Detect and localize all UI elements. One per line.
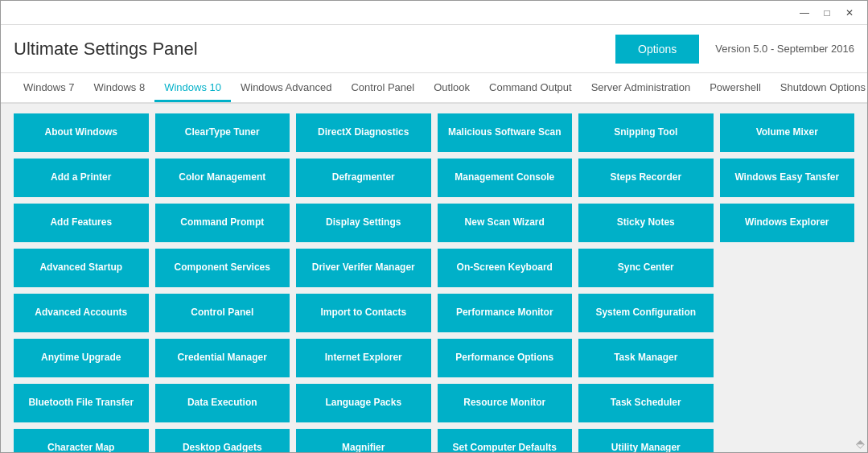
tile-steps-recorder[interactable]: Steps Recorder (578, 159, 714, 197)
tile-resource-monitor[interactable]: Resource Monitor (438, 384, 573, 422)
tile-new-scan-wizard[interactable]: New Scan Wizard (438, 204, 573, 242)
tile-empty-35 (720, 339, 855, 377)
tile-sticky-notes[interactable]: Sticky Notes (578, 204, 714, 242)
tile-anytime-upgrade[interactable]: Anytime Upgrade (14, 339, 149, 377)
tile-command-prompt[interactable]: Command Prompt (155, 204, 290, 242)
tab-outlook[interactable]: Outlook (424, 75, 479, 102)
tile-control-panel[interactable]: Control Panel (155, 294, 290, 332)
tile-import-to-contacts[interactable]: Import to Contacts (296, 294, 431, 332)
tile-advanced-accounts[interactable]: Advanced Accounts (14, 294, 149, 332)
maximize-button[interactable]: □ (816, 5, 838, 21)
tile-add-a-printer[interactable]: Add a Printer (14, 159, 149, 197)
tile-defragmenter[interactable]: Defragmenter (296, 159, 431, 197)
tile-character-map[interactable]: Character Map (14, 429, 149, 452)
version-text: Version 5.0 - September 2016 (715, 43, 854, 55)
tile-component-services[interactable]: Component Services (155, 249, 290, 287)
tile-windows-easy-tansfer[interactable]: Windows Easy Tansfer (720, 159, 855, 197)
tile-credential-manager[interactable]: Credential Manager (155, 339, 290, 377)
tile-add-features[interactable]: Add Features (14, 204, 149, 242)
tile-task-manager[interactable]: Task Manager (578, 339, 714, 377)
header: Ultimate Settings Panel Options Version … (1, 25, 867, 73)
tile-empty-29 (720, 294, 855, 332)
tile-volume-mixer[interactable]: Volume Mixer (720, 113, 855, 152)
tile-on-screen-keyboard[interactable]: On-Screen Keyboard (438, 249, 573, 287)
tile-driver-verifer-manager[interactable]: Driver Verifer Manager (296, 249, 431, 287)
tab-windows-10[interactable]: Windows 10 (154, 75, 231, 102)
tab-powershell[interactable]: Powershell (700, 75, 771, 102)
tile-internet-explorer[interactable]: Internet Explorer (296, 339, 431, 377)
tile-bluetooth-file-transfer[interactable]: Bluetooth File Transfer (14, 384, 149, 422)
tile-snipping-tool[interactable]: Snipping Tool (578, 113, 714, 152)
tab-windows-7[interactable]: Windows 7 (14, 75, 84, 102)
tile-empty-41 (720, 384, 855, 422)
app-title: Ultimate Settings Panel (14, 39, 615, 60)
tab-list: Windows 7Windows 8Windows 10Windows Adva… (14, 75, 867, 102)
tile-system-configuration[interactable]: System Configuration (578, 294, 714, 332)
tile-utility-manager[interactable]: Utility Manager (578, 429, 714, 452)
tile-data-execution[interactable]: Data Execution (155, 384, 290, 422)
tab-shutdown-options[interactable]: Shutdown Options (771, 75, 867, 102)
tile-management-console[interactable]: Management Console (438, 159, 573, 197)
tile-performance-monitor[interactable]: Performance Monitor (438, 294, 573, 332)
tile-language-packs[interactable]: Language Packs (296, 384, 431, 422)
tab-windows-8[interactable]: Windows 8 (84, 75, 155, 102)
tile-color-management[interactable]: Color Management (155, 159, 290, 197)
tab-server-administration[interactable]: Server Administration (582, 75, 701, 102)
tile-desktop-gadgets[interactable]: Desktop Gadgets (155, 429, 290, 452)
close-button[interactable]: ✕ (838, 5, 861, 21)
minimize-button[interactable]: — (793, 5, 816, 21)
content-area: About WindowsClearType TunerDirectX Diag… (1, 104, 867, 452)
tile-magnifier[interactable]: Magnifier (296, 429, 431, 452)
tile-directx-diagnostics[interactable]: DirectX Diagnostics (296, 113, 431, 152)
tile-empty-47 (720, 429, 855, 452)
tile-set-computer-defaults[interactable]: Set Computer Defaults (438, 429, 573, 452)
tile-malicious-software-scan[interactable]: Malicious Software Scan (438, 113, 573, 152)
tab-command-output[interactable]: Command Output (479, 75, 582, 102)
tab-windows-advanced[interactable]: Windows Advanced (231, 75, 341, 102)
tile-performance-options[interactable]: Performance Options (438, 339, 573, 377)
tile-advanced-startup[interactable]: Advanced Startup (14, 249, 149, 287)
tab-control-panel[interactable]: Control Panel (341, 75, 424, 102)
tile-display-settings[interactable]: Display Settings (296, 204, 431, 242)
options-button[interactable]: Options (615, 35, 699, 64)
tab-bar: Windows 7Windows 8Windows 10Windows Adva… (1, 73, 867, 104)
tile-empty-23 (720, 249, 855, 287)
tile-about-windows[interactable]: About Windows (14, 113, 149, 152)
resize-grip: ⬘ (856, 437, 865, 450)
titlebar: — □ ✕ (1, 1, 867, 25)
tile-cleartype-tuner[interactable]: ClearType Tuner (155, 113, 290, 152)
tile-windows-explorer[interactable]: Windows Explorer (720, 204, 855, 242)
tile-sync-center[interactable]: Sync Center (578, 249, 714, 287)
tile-grid: About WindowsClearType TunerDirectX Diag… (14, 113, 854, 452)
tile-task-scheduler[interactable]: Task Scheduler (578, 384, 714, 422)
